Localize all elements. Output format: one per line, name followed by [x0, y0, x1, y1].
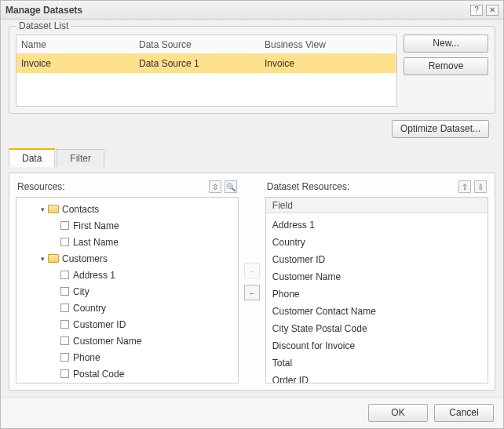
dataset-resources-header: Field [266, 198, 488, 213]
checkbox[interactable] [60, 336, 69, 345]
list-item[interactable]: Customer Contact Name [266, 303, 488, 320]
list-item[interactable]: Customer Name [266, 268, 488, 285]
tree-leaf[interactable]: Postal Code [16, 365, 238, 382]
new-button[interactable]: New... [404, 35, 488, 53]
tree-folder[interactable]: ▾Customers [16, 250, 238, 267]
dialog-footer: OK Cancel [1, 397, 503, 428]
tree-leaf[interactable]: Customer Name [16, 333, 238, 349]
tree-item-label: Postal Code [73, 369, 124, 380]
tree-leaf[interactable]: Customer ID [16, 316, 238, 333]
remove-from-dataset-icon[interactable]: ← [244, 285, 260, 300]
col-data-source: Data Source [139, 39, 265, 50]
disclosure-triangle-icon[interactable]: ▾ [38, 205, 46, 213]
list-item[interactable]: Country [266, 234, 488, 251]
tab-filter[interactable]: Filter [57, 149, 104, 167]
checkbox[interactable] [60, 271, 69, 279]
tree-item-label: City [73, 286, 89, 297]
folder-icon [48, 205, 59, 213]
disclosure-triangle-icon[interactable]: ▾ [38, 255, 46, 263]
folder-icon [48, 254, 59, 263]
tree-item-label: Last Name [73, 237, 119, 248]
tree-leaf[interactable]: Country [16, 300, 238, 316]
checkbox[interactable] [60, 221, 69, 230]
tree-item-label: Country [73, 303, 106, 314]
list-item[interactable]: Address 1 [266, 216, 488, 234]
tree-leaf[interactable]: First Name [16, 217, 238, 234]
ok-button[interactable]: OK [368, 404, 428, 422]
dialog-title: Manage Datasets [5, 5, 467, 16]
tree-leaf[interactable]: Last Name [16, 234, 238, 250]
cell-name: Invoice [21, 58, 139, 69]
expand-collapse-icon[interactable]: ⇳ [209, 180, 221, 193]
col-business-view: Business View [265, 39, 392, 50]
tree-item-label: Phone [73, 352, 100, 363]
cell-data-source: Data Source 1 [139, 58, 265, 69]
tree-leaf[interactable]: Address 1 [16, 267, 238, 283]
dataset-table-header: Name Data Source Business View [16, 35, 396, 54]
search-icon[interactable]: 🔍 [225, 180, 237, 193]
list-item[interactable]: Customer ID [266, 251, 488, 268]
transfer-buttons: → ← [243, 180, 261, 384]
dataset-resources-label: Dataset Resources: [267, 181, 349, 192]
dataset-resources-pane: Dataset Resources: ⇧ ⇩ Field Address 1Co… [265, 180, 488, 384]
dataset-list-group: Dataset List Name Data Source Business V… [9, 26, 495, 114]
add-to-dataset-icon[interactable]: → [244, 263, 260, 278]
dataset-table[interactable]: Name Data Source Business View Invoice D… [16, 35, 397, 107]
table-row[interactable]: Invoice Data Source 1 Invoice [16, 54, 396, 73]
help-button[interactable]: ? [470, 5, 483, 16]
close-button[interactable]: ✕ [486, 5, 499, 16]
manage-datasets-dialog: Manage Datasets ? ✕ Dataset List Name Da… [0, 0, 504, 429]
list-item[interactable]: Order ID [266, 372, 488, 384]
dataset-buttons: New... Remove [404, 35, 488, 75]
resources-pane: Resources: ⇳ 🔍 ▾ContactsFirst NameLast N… [16, 180, 239, 384]
list-item[interactable]: Phone [266, 285, 488, 303]
cell-business-view: Invoice [265, 58, 392, 69]
list-item[interactable]: Discount for Invoice [266, 337, 488, 354]
tabs: Data Filter [9, 147, 495, 166]
checkbox[interactable] [60, 304, 69, 312]
optimize-dataset-button[interactable]: Optimize Dataset... [392, 120, 489, 138]
tree-item-label: Contacts [62, 204, 99, 215]
cancel-button[interactable]: Cancel [434, 404, 494, 422]
tab-panel-data: Resources: ⇳ 🔍 ▾ContactsFirst NameLast N… [9, 173, 495, 391]
checkbox[interactable] [60, 238, 69, 246]
checkbox[interactable] [60, 287, 69, 296]
col-name: Name [21, 39, 139, 50]
dataset-resources-list[interactable]: Field Address 1CountryCustomer IDCustome… [265, 197, 488, 384]
resources-label: Resources: [17, 181, 65, 192]
tab-data[interactable]: Data [9, 148, 55, 167]
checkbox[interactable] [60, 320, 69, 329]
tree-item-label: Customer Name [73, 336, 141, 347]
list-item[interactable]: City State Postal Code [266, 320, 488, 337]
checkbox[interactable] [60, 369, 69, 378]
dialog-content: Dataset List Name Data Source Business V… [1, 20, 503, 397]
move-up-icon[interactable]: ⇧ [458, 180, 471, 193]
dataset-list-legend: Dataset List [16, 20, 71, 31]
tree-item-label: Customer ID [73, 319, 126, 330]
resources-tree[interactable]: ▾ContactsFirst NameLast Name▾CustomersAd… [16, 197, 239, 384]
checkbox[interactable] [60, 353, 69, 362]
tree-item-label: Address 1 [73, 270, 115, 281]
tree-leaf[interactable]: City [16, 283, 238, 300]
move-down-icon[interactable]: ⇩ [474, 180, 487, 193]
tree-item-label: Customers [62, 253, 108, 264]
titlebar: Manage Datasets ? ✕ [1, 1, 503, 20]
tree-item-label: First Name [73, 220, 119, 231]
list-item[interactable]: Total [266, 354, 488, 372]
remove-button[interactable]: Remove [404, 57, 488, 75]
tree-folder[interactable]: ▾Contacts [16, 201, 238, 217]
tree-leaf[interactable]: Phone [16, 349, 238, 365]
optimize-row: Optimize Dataset... [9, 120, 495, 138]
